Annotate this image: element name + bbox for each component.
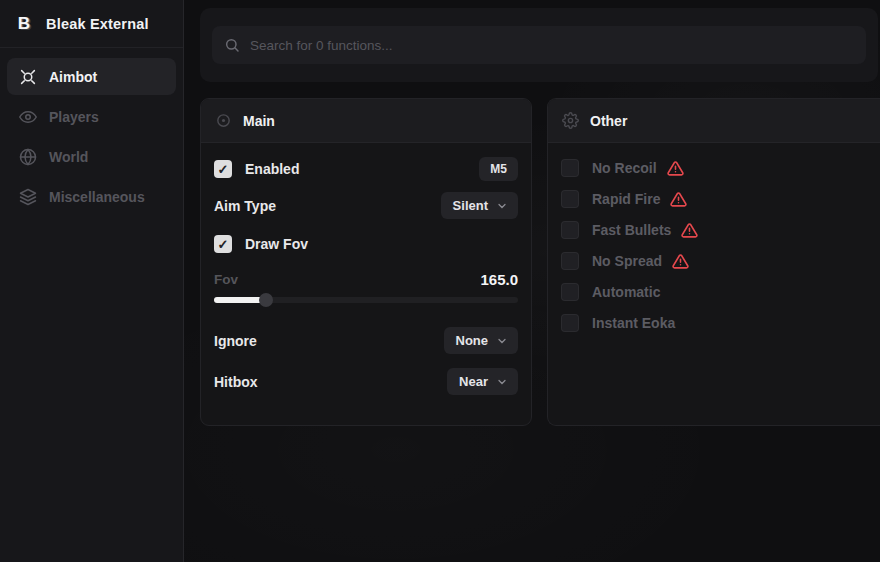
content-area: Main ✓ Enabled M5 Aim Type Silent	[184, 0, 880, 562]
chevron-down-icon	[496, 335, 508, 347]
sidebar-item-miscellaneous[interactable]: Miscellaneous	[7, 178, 176, 215]
feature-checkbox[interactable]	[561, 221, 579, 239]
feature-label: No Spread	[592, 253, 662, 269]
fov-label: Fov	[214, 272, 238, 287]
other-feature-row: Fast Bullets	[561, 218, 867, 242]
panels-row: Main ✓ Enabled M5 Aim Type Silent	[200, 98, 880, 426]
main-panel-body: ✓ Enabled M5 Aim Type Silent	[201, 143, 531, 408]
ignore-label: Ignore	[214, 333, 257, 349]
fov-value: 165.0	[480, 271, 518, 288]
sidebar-item-world[interactable]: World	[7, 138, 176, 175]
feature-label: Rapid Fire	[592, 191, 660, 207]
aim-type-value: Silent	[453, 198, 488, 213]
brand: B Bleak External	[0, 0, 183, 48]
ignore-select[interactable]: None	[444, 327, 519, 354]
search-icon	[224, 37, 240, 53]
hitbox-row: Hitbox Near	[214, 368, 518, 395]
sidebar-item-label: World	[49, 149, 88, 165]
panel-title: Main	[243, 113, 275, 129]
enabled-row: ✓ Enabled M5	[214, 156, 518, 182]
feature-label: Instant Eoka	[592, 315, 675, 331]
warning-icon	[672, 253, 689, 270]
layers-icon	[19, 188, 37, 206]
aim-type-row: Aim Type Silent	[214, 192, 518, 219]
fov-row: Fov 165.0	[214, 269, 518, 289]
globe-icon	[19, 148, 37, 166]
crosshair-icon	[19, 68, 37, 86]
sidebar-item-aimbot[interactable]: Aimbot	[7, 58, 176, 95]
feature-checkbox[interactable]	[561, 314, 579, 332]
draw-fov-checkbox[interactable]: ✓	[214, 235, 232, 253]
warning-icon	[681, 222, 698, 239]
sidebar-item-label: Miscellaneous	[49, 189, 145, 205]
feature-checkbox[interactable]	[561, 283, 579, 301]
sidebar-item-players[interactable]: Players	[7, 98, 176, 135]
check-icon: ✓	[218, 163, 229, 176]
fov-slider[interactable]	[214, 293, 518, 307]
hitbox-label: Hitbox	[214, 374, 258, 390]
target-icon	[215, 112, 232, 129]
feature-checkbox[interactable]	[561, 252, 579, 270]
warning-icon	[670, 191, 687, 208]
chevron-down-icon	[496, 200, 508, 212]
main-panel-header: Main	[201, 99, 531, 143]
gear-icon	[562, 112, 579, 129]
search-panel	[200, 8, 878, 82]
other-panel-header: Other	[548, 99, 880, 143]
feature-checkbox[interactable]	[561, 159, 579, 177]
aim-type-select[interactable]: Silent	[441, 192, 518, 219]
sidebar: B Bleak External Aimbot Players	[0, 0, 184, 562]
app-logo: B	[12, 12, 36, 36]
chevron-down-icon	[496, 376, 508, 388]
other-feature-row: Automatic	[561, 280, 867, 304]
panel-title: Other	[590, 113, 627, 129]
other-panel-body: No Recoil Rapid Fire Fast Bullets	[548, 143, 880, 355]
enabled-checkbox[interactable]: ✓	[214, 160, 232, 178]
hitbox-select[interactable]: Near	[447, 368, 518, 395]
feature-label: No Recoil	[592, 160, 657, 176]
app-title: Bleak External	[46, 16, 149, 32]
other-panel: Other No Recoil Rapid Fire Fast Bullets	[547, 98, 880, 426]
check-icon: ✓	[218, 238, 229, 251]
other-feature-row: Instant Eoka	[561, 311, 867, 335]
search-input[interactable]	[250, 38, 854, 53]
eye-icon	[19, 108, 37, 126]
other-feature-row: Rapid Fire	[561, 187, 867, 211]
warning-icon	[667, 160, 684, 177]
ignore-value: None	[456, 333, 489, 348]
feature-checkbox[interactable]	[561, 190, 579, 208]
main-panel: Main ✓ Enabled M5 Aim Type Silent	[200, 98, 532, 426]
aim-type-label: Aim Type	[214, 198, 276, 214]
sidebar-nav: Aimbot Players World	[0, 48, 183, 225]
enabled-keybind-button[interactable]: M5	[479, 157, 518, 181]
sidebar-item-label: Aimbot	[49, 69, 97, 85]
ignore-row: Ignore None	[214, 327, 518, 354]
feature-label: Automatic	[592, 284, 660, 300]
slider-thumb[interactable]	[259, 293, 273, 307]
enabled-label: Enabled	[245, 161, 299, 177]
search-bar[interactable]	[212, 26, 866, 64]
feature-label: Fast Bullets	[592, 222, 671, 238]
sidebar-item-label: Players	[49, 109, 99, 125]
other-feature-row: No Spread	[561, 249, 867, 273]
draw-fov-label: Draw Fov	[245, 236, 308, 252]
draw-fov-row: ✓ Draw Fov	[214, 231, 518, 257]
other-feature-row: No Recoil	[561, 156, 867, 180]
hitbox-value: Near	[459, 374, 488, 389]
